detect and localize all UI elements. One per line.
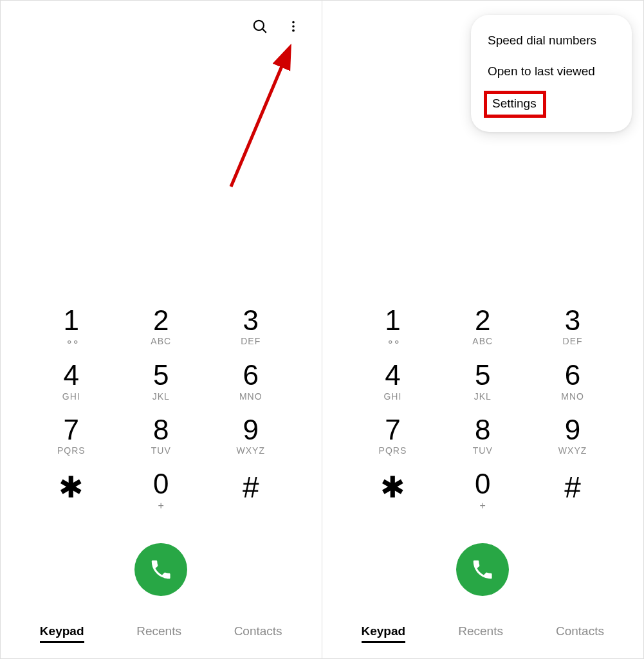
key-9[interactable]: 9 WXYZ <box>537 414 608 457</box>
menu-open-last-viewed[interactable]: Open to last viewed <box>471 56 632 87</box>
key-sub: + <box>480 500 486 512</box>
svg-point-4 <box>292 30 295 32</box>
bottom-tabs: Keypad Recents Contacts <box>1 615 322 658</box>
key-sub: JKL <box>474 391 492 403</box>
key-digit: 5 <box>475 360 490 391</box>
key-digit: 6 <box>243 360 259 391</box>
key-sub: DEF <box>563 336 583 348</box>
key-2[interactable]: 2 ABC <box>125 305 196 348</box>
keypad: 1 ⚬⚬ 2 ABC 3 DEF 4 GHI 5 JKL 6 M <box>322 305 644 530</box>
key-sub: ABC <box>151 336 171 348</box>
key-digit: 0 <box>153 469 169 499</box>
search-button[interactable] <box>251 17 269 35</box>
key-3[interactable]: 3 DEF <box>537 305 608 348</box>
key-digit: 3 <box>243 305 259 336</box>
key-digit: 2 <box>475 305 490 336</box>
key-hash[interactable]: # <box>537 469 608 519</box>
key-digit: 2 <box>153 305 169 336</box>
key-digit: 0 <box>475 469 490 499</box>
key-6[interactable]: 6 MNO <box>537 360 608 402</box>
key-7[interactable]: 7 PQRS <box>357 414 428 457</box>
key-sub: MNO <box>561 391 584 403</box>
content-spacer <box>1 52 322 305</box>
key-digit: 6 <box>565 360 580 391</box>
key-5[interactable]: 5 JKL <box>447 360 518 402</box>
key-sub: TUV <box>151 445 171 457</box>
key-digit: 9 <box>565 414 580 445</box>
key-digit: 1 <box>385 305 400 336</box>
key-0[interactable]: 0 + <box>125 469 196 519</box>
phone-handset-icon <box>470 557 495 582</box>
key-2[interactable]: 2 ABC <box>447 305 518 348</box>
key-sub: DEF <box>241 336 261 348</box>
key-9[interactable]: 9 WXYZ <box>216 414 286 457</box>
key-symbol: # <box>564 469 581 507</box>
topbar <box>1 1 322 52</box>
key-digit: 4 <box>385 360 400 391</box>
tab-recents[interactable]: Recents <box>136 624 181 643</box>
key-1[interactable]: 1 ⚬⚬ <box>36 305 107 348</box>
key-digit: 9 <box>243 414 259 445</box>
svg-line-1 <box>262 29 266 33</box>
key-sub: PQRS <box>57 445 86 457</box>
key-sub: MNO <box>239 391 262 403</box>
key-digit: 8 <box>153 414 169 445</box>
key-digit: 4 <box>64 360 79 391</box>
annotation-highlight: Settings <box>484 91 546 118</box>
tab-recents[interactable]: Recents <box>458 624 503 643</box>
key-8[interactable]: 8 TUV <box>125 414 196 457</box>
voicemail-icon: ⚬⚬ <box>65 336 78 348</box>
key-sub: ABC <box>472 336 493 348</box>
key-5[interactable]: 5 JKL <box>125 360 196 402</box>
key-hash[interactable]: # <box>216 469 286 519</box>
key-symbol: ✱ <box>380 469 405 507</box>
key-4[interactable]: 4 GHI <box>357 360 428 402</box>
tab-keypad[interactable]: Keypad <box>40 624 84 643</box>
panel-left: 1 ⚬⚬ 2 ABC 3 DEF 4 GHI 5 JKL 6 M <box>1 1 322 658</box>
bottom-tabs: Keypad Recents Contacts <box>322 615 644 658</box>
key-symbol: ✱ <box>59 469 84 507</box>
tab-contacts[interactable]: Contacts <box>556 624 604 643</box>
key-7[interactable]: 7 PQRS <box>36 414 107 457</box>
key-digit: 7 <box>64 414 79 445</box>
menu-settings[interactable]: Settings <box>471 87 632 122</box>
search-icon <box>252 18 268 35</box>
key-sub: WXYZ <box>237 445 265 457</box>
panel-right: Speed dial numbers Open to last viewed S… <box>322 1 644 658</box>
key-1[interactable]: 1 ⚬⚬ <box>357 305 428 348</box>
voicemail-icon: ⚬⚬ <box>386 336 399 348</box>
key-digit: 8 <box>475 414 490 445</box>
key-sub: GHI <box>383 391 401 403</box>
key-star[interactable]: ✱ <box>36 469 107 519</box>
key-sub: GHI <box>62 391 80 403</box>
svg-point-3 <box>292 25 295 28</box>
more-options-button[interactable] <box>284 17 302 35</box>
key-sub: WXYZ <box>558 445 587 457</box>
key-0[interactable]: 0 + <box>447 469 518 519</box>
keypad: 1 ⚬⚬ 2 ABC 3 DEF 4 GHI 5 JKL 6 M <box>1 305 322 530</box>
overflow-menu: Speed dial numbers Open to last viewed S… <box>471 15 632 132</box>
call-row <box>1 543 322 596</box>
tab-keypad[interactable]: Keypad <box>362 624 406 643</box>
key-star[interactable]: ✱ <box>357 469 428 519</box>
key-sub: PQRS <box>379 445 407 457</box>
key-3[interactable]: 3 DEF <box>216 305 286 348</box>
key-digit: 3 <box>565 305 580 336</box>
key-8[interactable]: 8 TUV <box>447 414 518 457</box>
key-symbol: # <box>243 469 259 507</box>
call-button[interactable] <box>456 543 509 596</box>
tab-contacts[interactable]: Contacts <box>234 624 282 643</box>
key-sub: + <box>158 500 164 512</box>
menu-speed-dial[interactable]: Speed dial numbers <box>471 25 632 56</box>
svg-point-0 <box>253 21 263 30</box>
svg-point-2 <box>292 21 295 24</box>
key-4[interactable]: 4 GHI <box>36 360 107 402</box>
key-digit: 5 <box>153 360 169 391</box>
key-6[interactable]: 6 MNO <box>216 360 286 402</box>
key-digit: 1 <box>64 305 79 336</box>
call-button[interactable] <box>134 543 187 596</box>
menu-settings-label: Settings <box>492 97 537 110</box>
key-digit: 7 <box>385 414 400 445</box>
phone-handset-icon <box>149 557 173 582</box>
key-sub: JKL <box>152 391 170 403</box>
